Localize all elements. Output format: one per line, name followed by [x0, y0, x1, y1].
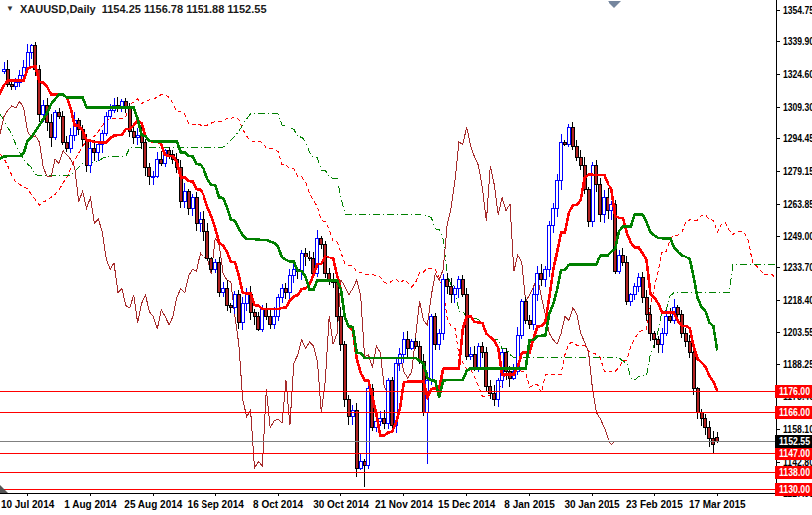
- candle-body: [300, 253, 303, 271]
- candle-body: [391, 380, 394, 425]
- candle-body: [465, 295, 468, 357]
- x-tick-label: 16 Sep 2014: [188, 499, 245, 510]
- candle-body: [160, 159, 163, 163]
- senkou-span-b-line: [0, 114, 784, 380]
- candle-body: [187, 191, 190, 208]
- candle-body: [269, 316, 272, 325]
- candle-body: [450, 286, 453, 295]
- candle-body: [105, 116, 108, 133]
- candle-body: [65, 142, 68, 148]
- candle-body: [10, 84, 13, 86]
- candle-body: [657, 340, 660, 344]
- candle-body: [363, 462, 366, 466]
- candle-body: [684, 333, 687, 342]
- level-price-tag-label: 1176.00: [779, 386, 810, 397]
- candle-body: [536, 274, 539, 295]
- candle-body: [688, 342, 691, 353]
- candle-body: [665, 316, 668, 333]
- candle-body: [42, 106, 45, 115]
- candle-body: [355, 410, 358, 468]
- candle-body: [273, 316, 276, 325]
- chart-symbol-label: XAUUSD,Daily: [20, 3, 96, 15]
- x-tick-label: 10 Jul 2014: [1, 499, 55, 510]
- candle-body: [560, 142, 563, 180]
- candle-body: [410, 342, 413, 348]
- y-tick-label: 1339.90: [783, 36, 812, 47]
- x-tick-label: 23 Feb 2015: [626, 499, 683, 510]
- candle-body: [367, 389, 370, 466]
- candle-body: [434, 316, 437, 344]
- candle-body: [233, 295, 236, 308]
- candle-body: [621, 255, 624, 263]
- candle-body: [473, 355, 476, 368]
- y-tick-label: 1354.75: [783, 5, 812, 16]
- candle-body: [336, 282, 339, 316]
- candle-body: [599, 185, 602, 215]
- candle-body: [708, 427, 711, 438]
- candle-body: [168, 151, 171, 155]
- candle-body: [199, 219, 202, 223]
- y-tick-label: 1263.85: [783, 199, 812, 210]
- candle-body: [446, 280, 449, 286]
- candle-body: [284, 289, 287, 293]
- candle-body: [453, 289, 456, 295]
- candle-body: [214, 263, 217, 269]
- candle-body: [97, 144, 100, 153]
- candle-body: [379, 419, 382, 421]
- candle-body: [136, 136, 139, 138]
- candle-body: [575, 146, 578, 157]
- price-chart-canvas[interactable]: 1354.751339.901324.601309.301294.451279.…: [0, 0, 812, 515]
- candle-body: [579, 157, 582, 166]
- candle-body: [497, 380, 500, 399]
- candle-body: [132, 131, 135, 137]
- y-tick-label: 1324.60: [783, 69, 812, 80]
- current-price-tag-label: 1152.55: [779, 436, 810, 447]
- candle-body: [442, 280, 445, 333]
- candle-body: [661, 333, 664, 344]
- candle-body: [704, 419, 707, 428]
- candle-body: [281, 289, 284, 298]
- candle-body: [669, 316, 672, 320]
- candle-body: [320, 238, 323, 244]
- candle-body: [253, 312, 256, 316]
- candle-body: [277, 297, 280, 316]
- y-tick-label: 1294.45: [783, 133, 812, 144]
- x-tick-label: 15 Dec 2014: [438, 499, 496, 510]
- y-tick-label: 1158.10: [783, 424, 812, 435]
- candle-body: [563, 142, 566, 144]
- candle-body: [629, 295, 632, 301]
- x-tick-label: 21 Nov 2014: [375, 499, 433, 510]
- candle-body: [387, 380, 390, 423]
- candle-body: [625, 263, 628, 301]
- candle-body: [548, 225, 551, 269]
- candle-body: [645, 297, 648, 314]
- candle-body: [50, 123, 53, 138]
- y-tick-label: 1203.55: [783, 327, 812, 338]
- candle-body: [58, 112, 61, 116]
- y-tick-label: 1279.15: [783, 166, 812, 177]
- senkou-span-a-line: [0, 95, 784, 397]
- symbol-collapse-icon[interactable]: ▼: [6, 4, 14, 13]
- candle-body: [618, 255, 621, 271]
- candle-body: [489, 387, 492, 393]
- y-tick-label: 1249.00: [783, 231, 812, 242]
- candle-body: [191, 198, 194, 209]
- candle-body: [218, 263, 221, 293]
- candle-body: [347, 400, 350, 417]
- candle-body: [676, 308, 679, 314]
- candle-body: [571, 127, 574, 146]
- candle-body: [528, 321, 531, 325]
- candle-body: [144, 142, 147, 168]
- candle-body: [607, 198, 609, 211]
- candle-body: [109, 110, 112, 116]
- candle-body: [54, 112, 57, 138]
- candle-body: [257, 316, 260, 329]
- candle-body: [14, 82, 17, 86]
- candle-body: [641, 278, 644, 297]
- candle-body: [3, 69, 6, 71]
- candle-body: [26, 52, 29, 67]
- candle-body: [567, 127, 570, 144]
- candle-body: [696, 389, 699, 413]
- candle-body: [229, 306, 232, 308]
- x-tick-label: 8 Jan 2015: [504, 499, 555, 510]
